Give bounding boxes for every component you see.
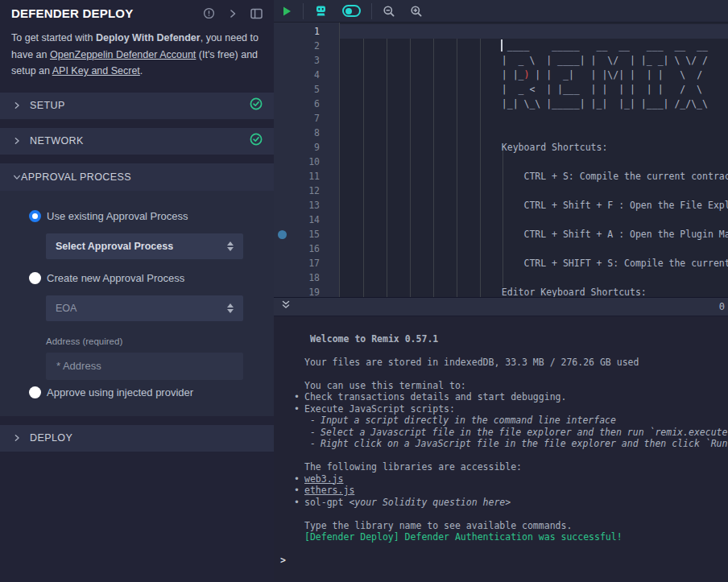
chevron-down-icon: [13, 170, 21, 184]
section-approval-header[interactable]: APPROVAL PROCESS: [0, 163, 274, 191]
code-line: [340, 213, 728, 227]
terminal-line: •Execute JavaScript scripts:: [274, 403, 728, 415]
line-number[interactable]: 15: [274, 227, 339, 241]
code-line: ____ _____ __ __ ___ __ __: [340, 39, 728, 53]
line-number[interactable]: 17: [274, 256, 339, 270]
approval-type-select[interactable]: EOA: [46, 295, 243, 321]
terminal-link[interactable]: web3.js: [304, 473, 343, 485]
chevron-right-icon[interactable]: [228, 9, 238, 19]
section-deploy-label: DEPLOY: [30, 432, 263, 444]
radio-create-new-label: Create new Approval Process: [47, 272, 184, 284]
line-number[interactable]: 1: [274, 24, 339, 39]
editor-terminal-column: 12345678910111213141516171819 ____ _____…: [274, 0, 728, 582]
line-number[interactable]: 10: [274, 155, 339, 169]
code-line: Editor Keyboard Shortcuts:: [340, 285, 728, 297]
code-editor[interactable]: 12345678910111213141516171819 ____ _____…: [274, 23, 728, 297]
terminal-line: Your files are stored in indexedDB, 33.3…: [274, 357, 728, 369]
terminal-prompt[interactable]: >: [274, 555, 728, 567]
terminal-line: Welcome to Remix 0.57.1: [274, 333, 728, 345]
radio-unselected-icon[interactable]: [29, 272, 41, 284]
code-line: | _ \ | ____| | \/ | |_ _| \ \/ /: [340, 53, 728, 68]
radio-use-existing[interactable]: Use existing Approval Process: [29, 210, 263, 222]
check-circle-icon: [250, 97, 263, 114]
approval-process-select[interactable]: Select Approval Process: [46, 233, 243, 259]
split-panel-icon[interactable]: [250, 8, 263, 19]
line-number[interactable]: 2: [274, 39, 339, 53]
line-number[interactable]: 6: [274, 97, 339, 111]
code-line: | |_) | | _| | |\/| | | | \ /: [340, 68, 728, 82]
code-line: CTRL + SHIFT + S: Compile the current co…: [340, 256, 728, 270]
zoom-out-icon[interactable]: [375, 0, 403, 23]
radio-create-new[interactable]: Create new Approval Process: [29, 272, 263, 284]
double-chevron-down-icon[interactable]: [280, 299, 292, 314]
run-script-icon[interactable]: [274, 0, 300, 23]
code-line: [340, 111, 728, 126]
info-icon[interactable]: [203, 7, 215, 19]
radio-injected-provider[interactable]: Approve using injected provider: [29, 386, 263, 398]
line-number[interactable]: 9: [274, 140, 339, 155]
terminal-line: •Check transactions details and start de…: [274, 391, 728, 403]
terminal[interactable]: Welcome to Remix 0.57.1Your files are st…: [274, 316, 728, 581]
terminal-line: [274, 450, 728, 462]
terminal-line: -Select a Javascript file in the file ex…: [274, 427, 728, 439]
chevron-right-icon: [13, 134, 21, 148]
terminal-line: [274, 368, 728, 380]
radio-use-existing-label: Use existing Approval Process: [47, 210, 188, 222]
intro-link[interactable]: API Key and Secret: [52, 65, 140, 76]
line-number[interactable]: 12: [274, 184, 339, 198]
section-network-label: NETWORK: [30, 135, 250, 147]
approval-type-select-value: EOA: [56, 303, 227, 314]
select-arrows-icon: [227, 241, 234, 251]
editor-gutter: 12345678910111213141516171819: [274, 23, 339, 297]
section-approval-process: APPROVAL PROCESS Use existing Approval P…: [0, 163, 274, 416]
section-deploy[interactable]: DEPLOY: [0, 425, 274, 452]
line-number[interactable]: 19: [274, 285, 339, 297]
terminal-line: •sol-gpt <your Solidity question here>: [274, 497, 728, 509]
intro-link[interactable]: OpenZeppelin Defender Account: [50, 49, 196, 60]
line-number[interactable]: 18: [274, 270, 339, 285]
code-line: Keyboard Shortcuts:: [340, 140, 728, 155]
radio-selected-icon[interactable]: [29, 210, 41, 222]
terminal-bar: 0: [274, 297, 728, 316]
line-number[interactable]: 16: [274, 241, 339, 256]
line-number[interactable]: 7: [274, 111, 339, 126]
code-line: |_| \_\ |_____| |_| |_| |___| /_/\_\: [340, 97, 728, 111]
panel-title: DEFENDER DEPLOY: [11, 6, 203, 20]
transaction-count-badge: 0: [719, 301, 725, 312]
check-circle-icon: [250, 133, 263, 149]
code-line: [340, 24, 728, 39]
panel-intro: To get started with Deploy With Defender…: [0, 20, 274, 80]
line-number[interactable]: 8: [274, 126, 339, 140]
section-setup[interactable]: SETUP: [0, 93, 274, 119]
line-number[interactable]: 11: [274, 169, 339, 184]
terminal-line: [274, 508, 728, 520]
editor-code[interactable]: ____ _____ __ __ ___ __ __ | _ \ | ____|…: [339, 23, 728, 297]
toolbar-divider: [303, 3, 304, 19]
code-line: [340, 184, 728, 198]
select-arrows-icon: [227, 303, 234, 313]
code-line: [340, 126, 728, 140]
radio-unselected-icon[interactable]: [29, 386, 41, 398]
terminal-line: Type the library name to see available c…: [274, 520, 728, 532]
editor-toolbar: [274, 0, 728, 23]
section-setup-label: SETUP: [30, 100, 250, 111]
terminal-link[interactable]: ethers.js: [304, 485, 354, 496]
line-number[interactable]: 4: [274, 68, 339, 82]
terminal-line: [Defender Deploy] Defender Authenticatio…: [274, 531, 728, 543]
line-number[interactable]: 3: [274, 53, 339, 68]
zoom-in-icon[interactable]: [403, 0, 430, 23]
address-input[interactable]: [46, 353, 243, 380]
line-number[interactable]: 13: [274, 198, 339, 213]
terminal-line: The following libraries are accessible:: [274, 461, 728, 473]
section-network[interactable]: NETWORK: [0, 128, 274, 155]
code-line: [340, 270, 728, 285]
radio-injected-provider-label: Approve using injected provider: [47, 386, 193, 398]
breakpoint-dot[interactable]: [278, 230, 287, 239]
ai-toggle-icon[interactable]: [335, 0, 368, 23]
line-number[interactable]: 5: [274, 82, 339, 97]
ai-robot-icon[interactable]: [307, 0, 335, 23]
toolbar-divider: [371, 3, 372, 19]
line-number[interactable]: 14: [274, 213, 339, 227]
section-approval-label: APPROVAL PROCESS: [21, 171, 263, 183]
code-line: CTRL + Shift + A : Open the Plugin Manag…: [340, 227, 728, 241]
